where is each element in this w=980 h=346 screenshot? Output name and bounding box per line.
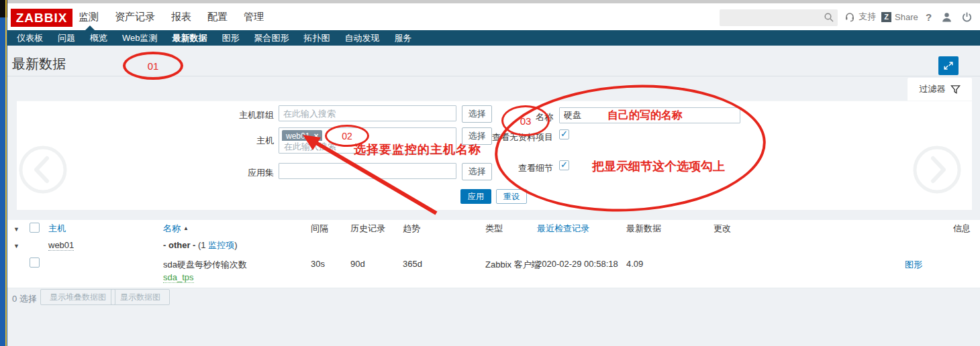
menu-monitoring[interactable]: 监测 bbox=[79, 11, 99, 23]
table-header-row: 主机 名称 间隔 历史记录 趋势 类型 最近检查记录 最新数据 更改 信息 bbox=[7, 220, 980, 237]
item-last-check: 2020-02-29 00:58:18 bbox=[537, 259, 618, 269]
support-label: 支持 bbox=[859, 11, 876, 23]
item-history: 90d bbox=[350, 259, 365, 269]
display-stacked-graph-button[interactable]: 显示堆叠数据图 bbox=[40, 289, 115, 305]
subnav-overview[interactable]: 概览 bbox=[83, 30, 115, 46]
filter-tab[interactable]: 过滤器 bbox=[908, 78, 972, 101]
subnav-web[interactable]: Web监测 bbox=[115, 30, 165, 46]
header-change: 更改 bbox=[714, 220, 731, 237]
item-interval: 30s bbox=[311, 259, 325, 269]
show-details-checkbox[interactable] bbox=[559, 160, 569, 170]
profile-button[interactable] bbox=[941, 3, 952, 30]
subnav-maps[interactable]: 拓扑图 bbox=[297, 30, 338, 46]
filter-funnel-icon bbox=[950, 84, 961, 95]
header-trends: 趋势 bbox=[403, 220, 420, 237]
share-label: Share bbox=[895, 12, 918, 22]
name-label: 名称 bbox=[483, 111, 553, 123]
zabbix-share-icon: Z bbox=[881, 12, 891, 22]
subnav-screens[interactable]: 聚合图形 bbox=[247, 30, 297, 46]
top-bar: ZABBIX 监测 资产记录 报表 配置 管理 支持 Z Share ? bbox=[7, 3, 980, 30]
host-group-row: web01 - other - (1 监控项) bbox=[7, 237, 980, 255]
main-menu: 监测 资产记录 报表 配置 管理 bbox=[79, 3, 264, 30]
host-search-input[interactable] bbox=[281, 141, 435, 152]
host-group-label: 主机群组 bbox=[201, 109, 274, 121]
user-icon bbox=[941, 11, 952, 23]
header-info: 信息 bbox=[953, 220, 971, 237]
power-icon bbox=[961, 11, 973, 23]
host-chip-label: web01 bbox=[286, 131, 309, 141]
background-window-strip bbox=[0, 0, 7, 346]
headset-icon bbox=[844, 11, 855, 22]
menu-reports[interactable]: 报表 bbox=[171, 11, 191, 23]
header-host[interactable]: 主机 bbox=[48, 220, 66, 237]
active-menu-caret bbox=[85, 25, 95, 30]
host-group-input[interactable] bbox=[279, 105, 456, 121]
collapse-group-icon[interactable] bbox=[13, 237, 19, 255]
header-last-check[interactable]: 最近检查记录 bbox=[537, 220, 589, 237]
menu-configuration[interactable]: 配置 bbox=[207, 11, 228, 23]
logout-button[interactable] bbox=[961, 3, 973, 30]
item-name: sda硬盘每秒传输次数 bbox=[163, 259, 247, 271]
select-all-checkbox[interactable] bbox=[30, 223, 40, 233]
subnav-dashboard[interactable]: 仪表板 bbox=[9, 30, 50, 46]
sort-ascending-icon bbox=[181, 223, 189, 233]
item-row: sda硬盘每秒传输次数 sda_tps 30s 90d 365d Zabbix … bbox=[7, 254, 980, 288]
subnav-services[interactable]: 服务 bbox=[387, 30, 420, 46]
name-input[interactable] bbox=[559, 107, 740, 123]
previous-arrow-icon[interactable] bbox=[17, 144, 68, 195]
page-title: 最新数据 bbox=[12, 55, 66, 73]
item-trends: 365d bbox=[403, 259, 422, 269]
selected-counter: 0 选择 bbox=[12, 293, 37, 305]
background-window-accent-line bbox=[5, 0, 7, 346]
menu-inventory[interactable]: 资产记录 bbox=[115, 11, 155, 23]
show-without-data-label: 查看无资料项目 bbox=[468, 131, 553, 143]
header-latest-data: 最新数据 bbox=[626, 220, 661, 237]
header-name[interactable]: 名称 bbox=[163, 220, 189, 237]
item-key-link[interactable]: sda_tps bbox=[163, 272, 194, 282]
apply-button[interactable]: 应用 bbox=[460, 189, 491, 204]
header-history: 历史记录 bbox=[350, 220, 385, 237]
support-link[interactable]: 支持 bbox=[844, 3, 876, 30]
next-arrow-icon[interactable] bbox=[912, 144, 963, 195]
subnav-latest-data[interactable]: 最新数据 bbox=[165, 30, 215, 46]
group-name-cell: - other - (1 监控项) bbox=[163, 237, 238, 254]
help-button[interactable]: ? bbox=[926, 3, 932, 30]
item-latest-data: 4.09 bbox=[626, 259, 643, 269]
item-checkbox[interactable] bbox=[30, 257, 40, 268]
monitoring-subnav: 仪表板 问题 概览 Web监测 最新数据 图形 聚合图形 拓扑图 自动发现 服务 bbox=[7, 30, 980, 46]
menu-administration[interactable]: 管理 bbox=[244, 11, 264, 23]
application-input[interactable] bbox=[279, 163, 456, 179]
zabbix-logo[interactable]: ZABBIX bbox=[11, 9, 72, 27]
show-without-data-checkbox[interactable] bbox=[559, 129, 569, 139]
remove-host-icon[interactable]: × bbox=[313, 133, 318, 139]
host-label: 主机 bbox=[201, 135, 274, 147]
global-search-input[interactable] bbox=[720, 9, 838, 26]
search-icon bbox=[824, 12, 834, 23]
filter-tab-label: 过滤器 bbox=[920, 83, 946, 95]
application-label: 应用集 bbox=[201, 167, 274, 179]
expand-icon bbox=[942, 60, 954, 71]
collapse-all-icon[interactable] bbox=[13, 220, 19, 238]
share-link[interactable]: Z Share bbox=[881, 3, 918, 30]
host-multiselect[interactable]: web01 × bbox=[279, 127, 456, 154]
subnav-problems[interactable]: 问题 bbox=[50, 30, 83, 46]
subnav-discovery[interactable]: 自动发现 bbox=[338, 30, 387, 46]
show-details-label: 查看细节 bbox=[470, 162, 553, 174]
header-type: 类型 bbox=[485, 220, 503, 237]
header-interval: 间隔 bbox=[311, 220, 328, 237]
subnav-graphs[interactable]: 图形 bbox=[215, 30, 247, 46]
items-count-link[interactable]: 监控项 bbox=[208, 240, 234, 250]
fullscreen-button[interactable] bbox=[938, 56, 959, 75]
item-type: Zabbix 客户端 bbox=[485, 259, 540, 271]
display-graph-button[interactable]: 显示数据图 bbox=[111, 289, 170, 305]
reset-button[interactable]: 重设 bbox=[496, 189, 527, 204]
title-separator bbox=[7, 76, 980, 76]
item-graph-link[interactable]: 图形 bbox=[905, 259, 922, 271]
group-host-link[interactable]: web01 bbox=[48, 237, 74, 254]
